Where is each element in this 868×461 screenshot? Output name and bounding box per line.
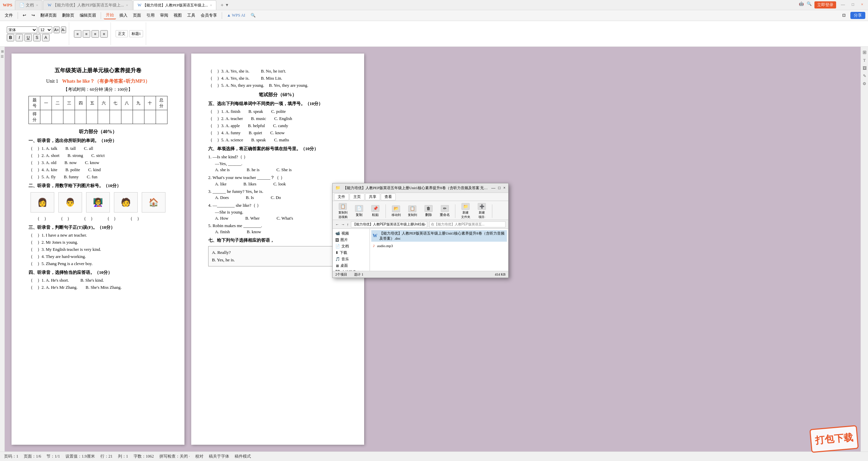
ribbon-tab-insert[interactable]: 插入 — [117, 12, 130, 19]
fp-dl-icon: ⬇ — [335, 250, 338, 255]
score-header-11: 总分 — [156, 96, 167, 110]
italic-btn[interactable]: I — [16, 34, 23, 41]
wps-ai-btn[interactable]: ▲ WPS AI — [225, 12, 247, 19]
page1-title: 五年级英语上册单元核心素养提升卷 — [28, 67, 167, 74]
fp-tree-video[interactable]: 📹视频 — [334, 230, 368, 237]
fp-close-btn[interactable]: × — [503, 185, 506, 191]
fp-paste-btn[interactable]: 📌 粘贴 — [368, 204, 383, 218]
fp-tab-file[interactable]: 文件 — [334, 193, 349, 200]
fp-copy-to-btn[interactable]: 📋 复制到选项购 — [335, 202, 350, 220]
picture-row: 👩 👨 👩‍🏫 🧑 🏠 — [28, 192, 167, 213]
score-header-3: 三 — [63, 96, 75, 110]
color-btn[interactable]: A — [42, 34, 50, 41]
toolbar-sep3 — [222, 12, 222, 19]
sidebar-right-5[interactable]: ⚙ — [863, 81, 866, 86]
tab-close-doc[interactable]: × — [36, 3, 38, 7]
tab1-close[interactable]: × — [126, 3, 128, 7]
sidebar-right-1[interactable]: ⊞ — [863, 49, 867, 55]
expand-btn[interactable]: ⊡ — [840, 12, 848, 19]
fp-tab-share[interactable]: 共享 — [365, 193, 380, 200]
style-normal[interactable]: 正文 — [116, 30, 128, 37]
ribbon-tab-start[interactable]: 开始 — [104, 12, 116, 19]
edit-header-btn[interactable]: 编辑页眉 — [78, 12, 98, 19]
sidebar-nav1[interactable]: ⊞ — [1, 49, 4, 53]
fp-status-bar: 2个项目 选计 1 414 KB — [333, 271, 508, 278]
fp-tab-home[interactable]: 主页 — [350, 193, 364, 200]
fp-back-btn[interactable]: ← — [335, 222, 339, 226]
wps-ai-btn[interactable]: 🤖 — [799, 1, 804, 8]
fp-file-doc[interactable]: W 【能力培优】人教PEP版英语五年级上册Unit1核心素养提升8卷（含听力音频… — [371, 230, 507, 242]
strikethrough-btn[interactable]: S — [33, 34, 41, 41]
search-global-icon[interactable]: 🔍 — [807, 1, 812, 8]
sidebar-right-3[interactable]: 🖼 — [863, 66, 867, 71]
underline-btn[interactable]: U — [24, 34, 32, 41]
tab2-close[interactable]: × — [210, 3, 212, 7]
fp-new-item-btn[interactable]: ➕ 新建项目· — [474, 202, 489, 220]
undo-btn[interactable]: ↩ — [21, 12, 28, 19]
align-center-btn[interactable]: ≡ — [83, 30, 90, 38]
fp-min-btn[interactable]: — — [491, 185, 495, 191]
sidebar-nav2[interactable]: ☰ — [1, 55, 4, 58]
ribbon-tab-view[interactable]: 视图 — [172, 12, 184, 19]
new-tab-btn[interactable]: ＋ ▾ — [217, 1, 231, 9]
fp-copy-btn[interactable]: 📄 复制 — [352, 204, 367, 218]
align-left-btn[interactable]: ≡ — [74, 30, 81, 38]
tab-file2[interactable]: W 【能力培优】人教PEP版英语五年级上... × — [133, 0, 217, 10]
fp-search-input[interactable] — [429, 221, 506, 227]
q6-5: 5. Robin makes me ________. A. finish B.… — [208, 223, 347, 235]
part6-title: 六、单项选择，将正确答案的标号填在括号里。（10分） — [208, 146, 347, 152]
tab-document[interactable]: 📄 文档 × — [15, 0, 42, 10]
fp-up-btn[interactable]: ↑ — [347, 222, 349, 226]
align-justify-btn[interactable]: ≡ — [100, 30, 108, 38]
fp-tree-music[interactable]: 🎵音乐 — [334, 256, 368, 262]
download-stamp[interactable]: 打包下载 — [809, 425, 859, 453]
fp-tree-pictures[interactable]: 🖼图片 — [334, 237, 368, 243]
fp-desktop-icon: 🖥 — [335, 264, 339, 268]
sidebar-right-4[interactable]: ✎ — [863, 74, 866, 79]
ribbon-tab-ref[interactable]: 引用 — [144, 12, 157, 19]
bold-btn[interactable]: B — [7, 34, 14, 41]
align-right-btn[interactable]: ≡ — [92, 30, 99, 38]
fp-forward-btn[interactable]: → — [341, 222, 345, 226]
score-header-2: 二 — [52, 96, 63, 110]
fp-new-folder-btn[interactable]: 📁 新建文件夹 — [458, 202, 473, 220]
fp-delete-btn[interactable]: 🗑 删除 — [421, 204, 436, 218]
fp-max-btn[interactable]: □ — [498, 185, 500, 191]
search-doc-btn[interactable]: 🔍 — [249, 12, 258, 19]
q4-2: （ ）2. A. He's Mr Zhang. B. She's Miss Zh… — [28, 285, 167, 290]
fp-tab-view[interactable]: 查看 — [381, 193, 396, 200]
fp-paste-icon: 📌 — [371, 205, 379, 212]
q3-5: （ ）5. Zhang Peng is a clever boy. — [28, 261, 167, 267]
tab-file1[interactable]: W 【能力培优】人教PEP版英语五年级上... × — [43, 0, 132, 10]
fp-tree-desktop[interactable]: 🖥桌面 — [334, 262, 368, 269]
sidebar-right-2[interactable]: T — [863, 58, 866, 63]
font-family-select[interactable]: 宋体 — [7, 26, 37, 33]
file-menu-btn[interactable]: 文件 — [3, 12, 15, 19]
font-dec-btn[interactable]: A- — [61, 26, 66, 33]
redo-btn[interactable]: ↪ — [29, 12, 37, 19]
fp-move-btn[interactable]: 📂 移动到 — [389, 205, 403, 218]
ribbon-tab-tools[interactable]: 工具 — [185, 12, 197, 19]
style-h1[interactable]: 标题1 — [129, 30, 143, 37]
register-btn[interactable]: 立即登录 — [814, 1, 836, 8]
ribbon-tab-vip[interactable]: 会员专享 — [199, 12, 219, 19]
font-inc-btn[interactable]: A+ — [54, 26, 60, 33]
maximize-btn[interactable]: □ — [850, 1, 856, 8]
fp-file-audio[interactable]: ♪ audio.mp3 — [371, 242, 507, 249]
ribbon-tab-page[interactable]: 页面 — [131, 12, 143, 19]
close-btn[interactable]: × — [859, 1, 865, 8]
score-row2-2 — [52, 110, 63, 124]
fp-tree-download[interactable]: ⬇下载 — [334, 249, 368, 256]
delete-page-btn[interactable]: 删除页 — [60, 12, 76, 19]
ribbon-tab-review[interactable]: 审阅 — [158, 12, 170, 19]
translate-btn[interactable]: 翻译页面 — [38, 12, 59, 19]
score-row2-11 — [156, 110, 167, 124]
title-bar: WPS 📄 文档 × W 【能力培优】人教PEP版英语五年级上... × W 【… — [0, 0, 868, 10]
minimize-btn[interactable]: — — [839, 1, 847, 8]
share-btn[interactable]: 分享 — [850, 12, 865, 19]
fp-address-input[interactable] — [351, 221, 427, 227]
fp-tree-docs[interactable]: 📄文档 — [334, 243, 368, 249]
fp-rename-btn[interactable]: ✏ 重命名 — [437, 204, 452, 218]
fp-copy2-btn[interactable]: 📋 复制到 — [405, 205, 420, 218]
font-size-select[interactable]: 12 — [39, 26, 52, 33]
